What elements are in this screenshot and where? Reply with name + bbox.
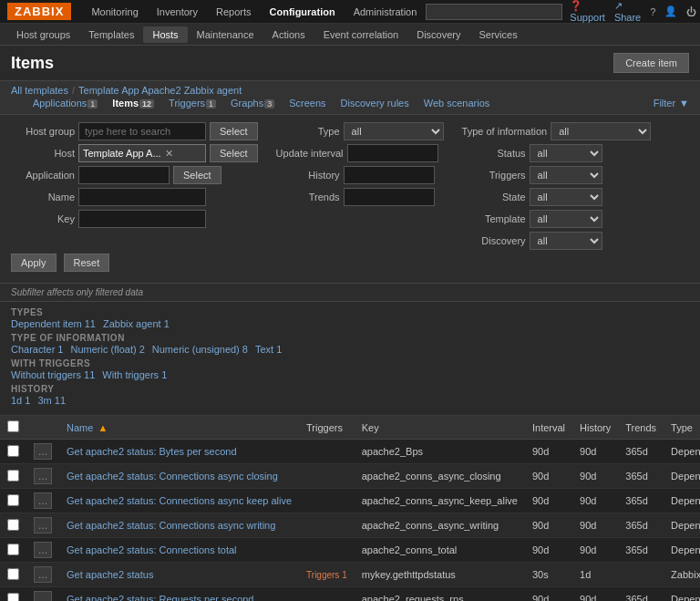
row-wizard[interactable]: ...: [26, 464, 59, 489]
key-input[interactable]: [78, 210, 206, 228]
subnav-hostgroups[interactable]: Host groups: [7, 26, 79, 43]
summary-history-3m[interactable]: 3m 11: [37, 395, 66, 406]
row-name-prefix-link[interactable]: Get apache2 status:: [67, 495, 156, 506]
subnav-eventcorrelation[interactable]: Event correlation: [314, 26, 408, 43]
typeofinfo-select[interactable]: all: [551, 122, 651, 140]
subnav-actions[interactable]: Actions: [263, 26, 314, 43]
row-wizard[interactable]: ...: [26, 513, 59, 538]
type-select[interactable]: all: [344, 122, 444, 140]
row-name-prefix-link[interactable]: Get apache2 status:: [67, 544, 156, 555]
row-name-prefix-link[interactable]: Get apache2 status:: [67, 471, 156, 482]
name-col-header[interactable]: Name ▲: [59, 416, 299, 440]
tab-items[interactable]: Items12: [105, 96, 161, 110]
row-checkbox[interactable]: [7, 544, 19, 555]
select-all-checkbox[interactable]: [7, 420, 19, 432]
wizard-button[interactable]: ...: [34, 542, 52, 558]
type-col-header[interactable]: Type: [664, 416, 700, 440]
row-name-suffix-link[interactable]: Bytes per second: [160, 446, 237, 457]
apply-button[interactable]: Apply: [11, 254, 57, 272]
row-name-prefix-link[interactable]: Get apache2 status:: [67, 446, 156, 457]
wizard-button[interactable]: ...: [34, 492, 52, 509]
row-checkbox[interactable]: [7, 494, 19, 506]
zabbix-logo[interactable]: ZABBIX: [7, 3, 71, 20]
nav-reports[interactable]: Reports: [207, 3, 261, 21]
row-wizard[interactable]: ...: [26, 440, 59, 464]
key-col-header[interactable]: Key: [355, 416, 525, 440]
triggers-link[interactable]: Triggers 1: [306, 570, 347, 580]
row-name-suffix-link[interactable]: Connections async closing: [160, 471, 278, 482]
trends-col-header[interactable]: Trends: [618, 416, 664, 440]
row-checkbox[interactable]: [7, 593, 19, 602]
row-name-prefix-link[interactable]: Get apache2 status:: [67, 520, 156, 531]
summary-with-triggers[interactable]: With triggers 1: [102, 369, 167, 380]
summary-zabbix-agent[interactable]: Zabbix agent 1: [103, 318, 170, 329]
share-link[interactable]: ↗ Share: [614, 0, 641, 23]
user-icon[interactable]: 👤: [664, 5, 677, 17]
create-item-button[interactable]: Create item: [613, 53, 689, 73]
row-wizard[interactable]: ...: [26, 587, 59, 602]
nav-administration[interactable]: Administration: [345, 3, 427, 21]
hostgroup-input[interactable]: [78, 122, 206, 140]
tab-triggers[interactable]: Triggers1: [161, 96, 223, 110]
row-checkbox[interactable]: [7, 568, 19, 580]
interval-col-header[interactable]: Interval: [525, 416, 572, 440]
tab-discoveryrules[interactable]: Discovery rules: [334, 96, 417, 110]
row-checkbox-cell[interactable]: [0, 440, 26, 464]
tab-applications[interactable]: Applications1: [26, 96, 105, 110]
row-name-suffix-link[interactable]: Requests per second: [160, 594, 254, 601]
summary-numeric-float[interactable]: Numeric (float) 2: [70, 344, 144, 355]
wizard-button[interactable]: ...: [34, 443, 52, 460]
row-wizard[interactable]: ...: [26, 538, 59, 563]
row-name-suffix-link[interactable]: Connections async keep alive: [160, 495, 293, 506]
subnav-services[interactable]: Services: [470, 26, 527, 43]
breadcrumb-all-templates[interactable]: All templates: [11, 85, 68, 96]
reset-button[interactable]: Reset: [64, 254, 110, 272]
row-checkbox[interactable]: [7, 470, 19, 482]
nav-configuration[interactable]: Configuration: [261, 3, 345, 21]
application-input[interactable]: [78, 166, 170, 184]
row-name-prefix-link[interactable]: Get apache2 status:: [67, 594, 156, 601]
wizard-button[interactable]: ...: [34, 517, 52, 534]
wizard-button[interactable]: ...: [34, 468, 52, 484]
select-all-header[interactable]: [0, 416, 26, 440]
trends-input[interactable]: [344, 188, 435, 206]
row-name-prefix-link[interactable]: Get apache2 status: [67, 569, 153, 580]
row-wizard[interactable]: ...: [26, 489, 59, 513]
status-select[interactable]: all: [530, 144, 602, 162]
summary-history-1d[interactable]: 1d 1: [11, 395, 30, 406]
summary-dependent-item[interactable]: Dependent item 11: [11, 318, 96, 329]
subnav-templates[interactable]: Templates: [79, 26, 143, 43]
row-name-suffix-link[interactable]: Connections async writing: [160, 520, 276, 531]
global-search[interactable]: [426, 4, 562, 20]
row-wizard[interactable]: ...: [26, 563, 59, 587]
row-checkbox-cell[interactable]: [0, 464, 26, 489]
row-checkbox-cell[interactable]: [0, 587, 26, 602]
help-icon[interactable]: ?: [650, 6, 655, 17]
support-link[interactable]: ❓ Support: [570, 0, 605, 23]
triggers-select[interactable]: all: [530, 166, 602, 184]
application-select-button[interactable]: Select: [173, 166, 221, 184]
filter-toggle[interactable]: Filter ▼: [654, 98, 689, 109]
tab-screens[interactable]: Screens: [282, 96, 333, 110]
state-select[interactable]: all: [530, 188, 602, 206]
row-checkbox[interactable]: [7, 445, 19, 457]
tab-webscenarios[interactable]: Web scenarios: [417, 96, 498, 110]
nav-monitoring[interactable]: Monitoring: [82, 3, 147, 21]
discovery-select[interactable]: all: [530, 232, 602, 250]
row-checkbox-cell[interactable]: [0, 563, 26, 587]
name-input[interactable]: [78, 188, 206, 206]
summary-without-triggers[interactable]: Without triggers 11: [11, 369, 95, 380]
subnav-hosts[interactable]: Hosts: [143, 26, 187, 43]
summary-text[interactable]: Text 1: [255, 344, 282, 355]
subnav-maintenance[interactable]: Maintenance: [188, 26, 263, 43]
host-tag-remove[interactable]: ✕: [165, 148, 173, 160]
row-checkbox-cell[interactable]: [0, 513, 26, 538]
history-input[interactable]: [344, 166, 435, 184]
triggers-col-header[interactable]: Triggers: [299, 416, 355, 440]
hostgroup-select-button[interactable]: Select: [210, 122, 258, 140]
nav-inventory[interactable]: Inventory: [148, 3, 207, 21]
row-checkbox-cell[interactable]: [0, 489, 26, 513]
row-checkbox[interactable]: [7, 519, 19, 531]
subnav-discovery[interactable]: Discovery: [407, 26, 469, 43]
summary-character[interactable]: Character 1: [11, 344, 63, 355]
